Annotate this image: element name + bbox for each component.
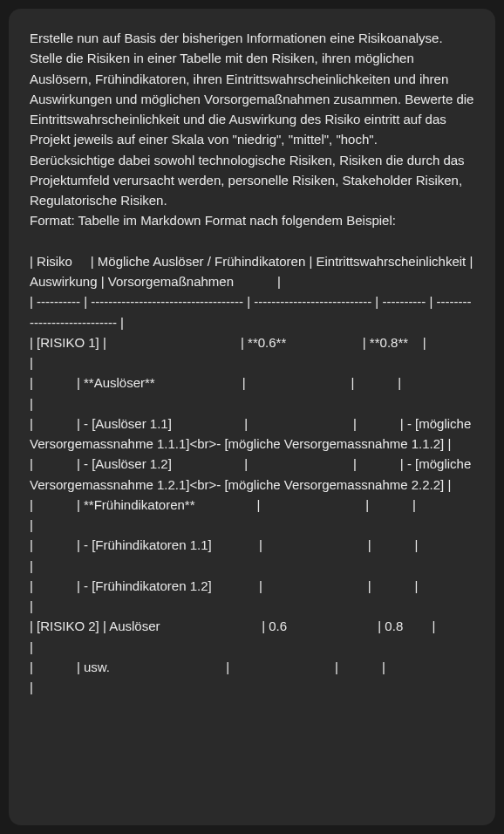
table-row-fruehindikatoren-12: | | - [Frühindikatoren 1.2] | | | | [30,578,495,613]
table-row-risiko2: | [RISIKO 2] | Auslöser | 0.6 | 0.8 | | [30,619,495,653]
table-row-fruehindikatoren-11: | | - [Frühindikatoren 1.1] | | | | [30,537,495,572]
table-row-risiko1: | [RISIKO 1] | | **0.6** | **0.8** | | [30,335,495,370]
message-paragraph-1: Erstelle nun auf Basis der bisherigen In… [30,31,478,147]
table-row-fruehindikatoren-header: | | **Frühindikatoren** | | | | [30,497,495,532]
table-row-ausloeser-12: | | - [Auslöser 1.2] | | | - [mögliche V… [30,456,474,491]
message-paragraph-2: Berücksichtige dabei sowohl technologisc… [30,153,468,208]
table-row-usw: | | usw. | | | | [30,660,494,694]
chat-message: Erstelle nun auf Basis der bisherigen In… [9,9,495,825]
table-header-row: | Risiko | Mögliche Auslöser / Frühindik… [30,254,476,289]
table-row-ausloeser-header: | | **Auslöser** | | | | [30,375,495,410]
table-divider-row: | ---------- | -------------------------… [30,294,472,329]
table-row-ausloeser-11: | | - [Auslöser 1.1] | | | - [mögliche V… [30,416,474,451]
message-paragraph-3: Format: Tabelle im Markdown Format nach … [30,213,396,228]
